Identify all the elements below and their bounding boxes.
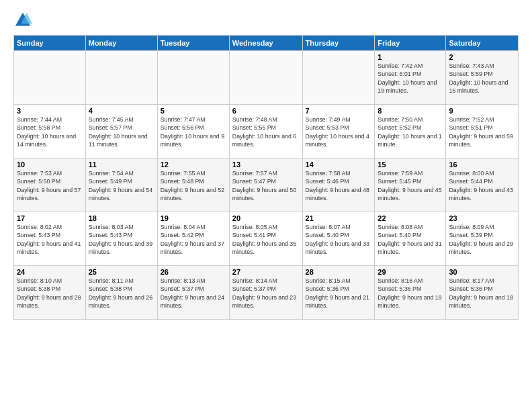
day-info: Sunrise: 8:02 AM Sunset: 5:43 PM Dayligh… [17, 223, 83, 256]
calendar-cell: 28Sunrise: 8:15 AM Sunset: 5:36 PM Dayli… [302, 266, 375, 320]
day-info: Sunrise: 8:14 AM Sunset: 5:37 PM Dayligh… [232, 277, 300, 310]
calendar-cell: 14Sunrise: 7:58 AM Sunset: 5:46 PM Dayli… [302, 158, 375, 212]
calendar-cell: 24Sunrise: 8:10 AM Sunset: 5:38 PM Dayli… [14, 266, 86, 320]
day-info: Sunrise: 8:16 AM Sunset: 5:36 PM Dayligh… [378, 277, 443, 310]
day-number: 23 [449, 214, 515, 222]
day-number: 8 [378, 107, 443, 115]
weekday-friday: Friday [375, 36, 446, 51]
day-info: Sunrise: 8:07 AM Sunset: 5:40 PM Dayligh… [306, 223, 372, 256]
weekday-wednesday: Wednesday [229, 36, 302, 51]
day-number: 9 [449, 107, 515, 115]
calendar-cell: 16Sunrise: 8:00 AM Sunset: 5:44 PM Dayli… [446, 158, 519, 212]
day-number: 2 [449, 53, 515, 61]
calendar-cell: 26Sunrise: 8:13 AM Sunset: 5:37 PM Dayli… [157, 266, 229, 320]
weekday-header-row: SundayMondayTuesdayWednesdayThursdayFrid… [14, 36, 519, 51]
calendar-cell: 13Sunrise: 7:57 AM Sunset: 5:47 PM Dayli… [229, 158, 302, 212]
calendar-cell: 10Sunrise: 7:53 AM Sunset: 5:50 PM Dayli… [14, 158, 86, 212]
calendar-page: SundayMondayTuesdayWednesdayThursdayFrid… [0, 0, 532, 411]
week-row-5: 24Sunrise: 8:10 AM Sunset: 5:38 PM Dayli… [14, 266, 519, 320]
day-info: Sunrise: 7:59 AM Sunset: 5:45 PM Dayligh… [378, 169, 443, 202]
day-info: Sunrise: 8:05 AM Sunset: 5:41 PM Dayligh… [232, 223, 300, 256]
day-number: 27 [232, 268, 300, 276]
calendar-cell: 23Sunrise: 8:09 AM Sunset: 5:39 PM Dayli… [446, 212, 519, 266]
day-info: Sunrise: 7:42 AM Sunset: 6:01 PM Dayligh… [378, 62, 443, 95]
day-number: 28 [306, 268, 372, 276]
day-number: 16 [449, 161, 515, 169]
day-info: Sunrise: 7:50 AM Sunset: 5:52 PM Dayligh… [378, 116, 443, 148]
calendar-cell: 29Sunrise: 8:16 AM Sunset: 5:36 PM Dayli… [375, 266, 446, 320]
day-number: 22 [378, 214, 443, 222]
day-info: Sunrise: 8:11 AM Sunset: 5:38 PM Dayligh… [89, 277, 154, 310]
calendar-cell: 27Sunrise: 8:14 AM Sunset: 5:37 PM Dayli… [229, 266, 302, 320]
day-number: 14 [306, 161, 372, 169]
calendar-cell: 21Sunrise: 8:07 AM Sunset: 5:40 PM Dayli… [302, 212, 375, 266]
calendar-cell [302, 51, 375, 105]
calendar-cell [157, 51, 229, 105]
weekday-sunday: Sunday [14, 36, 86, 51]
day-number: 26 [161, 268, 226, 276]
calendar-cell: 18Sunrise: 8:03 AM Sunset: 5:43 PM Dayli… [85, 212, 157, 266]
calendar-cell: 3Sunrise: 7:44 AM Sunset: 5:58 PM Daylig… [14, 105, 86, 158]
week-row-1: 1Sunrise: 7:42 AM Sunset: 6:01 PM Daylig… [14, 51, 519, 105]
calendar-cell: 2Sunrise: 7:43 AM Sunset: 5:59 PM Daylig… [446, 51, 519, 105]
day-info: Sunrise: 7:47 AM Sunset: 5:56 PM Dayligh… [161, 116, 226, 148]
day-number: 20 [232, 214, 300, 222]
weekday-tuesday: Tuesday [157, 36, 229, 51]
day-number: 24 [17, 268, 83, 276]
day-number: 5 [161, 107, 226, 115]
day-info: Sunrise: 7:52 AM Sunset: 5:51 PM Dayligh… [449, 116, 515, 148]
day-number: 25 [89, 268, 154, 276]
day-number: 10 [17, 161, 83, 169]
day-number: 19 [161, 214, 226, 222]
calendar-cell [14, 51, 86, 105]
calendar-cell: 30Sunrise: 8:17 AM Sunset: 5:36 PM Dayli… [446, 266, 519, 320]
weekday-monday: Monday [85, 36, 157, 51]
day-info: Sunrise: 8:08 AM Sunset: 5:40 PM Dayligh… [378, 223, 443, 256]
day-number: 12 [161, 161, 226, 169]
day-number: 11 [89, 161, 154, 169]
day-number: 13 [232, 161, 300, 169]
day-info: Sunrise: 8:17 AM Sunset: 5:36 PM Dayligh… [449, 277, 515, 310]
calendar-cell: 25Sunrise: 8:11 AM Sunset: 5:38 PM Dayli… [85, 266, 157, 320]
week-row-2: 3Sunrise: 7:44 AM Sunset: 5:58 PM Daylig… [14, 105, 519, 158]
day-info: Sunrise: 8:15 AM Sunset: 5:36 PM Dayligh… [306, 277, 372, 310]
day-info: Sunrise: 7:49 AM Sunset: 5:53 PM Dayligh… [306, 116, 372, 148]
day-info: Sunrise: 7:58 AM Sunset: 5:46 PM Dayligh… [306, 169, 372, 202]
calendar-cell: 6Sunrise: 7:48 AM Sunset: 5:55 PM Daylig… [229, 105, 302, 158]
calendar-cell: 15Sunrise: 7:59 AM Sunset: 5:45 PM Dayli… [375, 158, 446, 212]
day-info: Sunrise: 7:44 AM Sunset: 5:58 PM Dayligh… [17, 116, 83, 148]
day-info: Sunrise: 8:09 AM Sunset: 5:39 PM Dayligh… [449, 223, 515, 256]
week-row-3: 10Sunrise: 7:53 AM Sunset: 5:50 PM Dayli… [14, 158, 519, 212]
calendar-cell: 12Sunrise: 7:55 AM Sunset: 5:48 PM Dayli… [157, 158, 229, 212]
calendar-cell: 9Sunrise: 7:52 AM Sunset: 5:51 PM Daylig… [446, 105, 519, 158]
calendar-cell: 4Sunrise: 7:45 AM Sunset: 5:57 PM Daylig… [85, 105, 157, 158]
day-info: Sunrise: 8:00 AM Sunset: 5:44 PM Dayligh… [449, 169, 515, 202]
weekday-thursday: Thursday [302, 36, 375, 51]
calendar-cell: 1Sunrise: 7:42 AM Sunset: 6:01 PM Daylig… [375, 51, 446, 105]
calendar-cell: 22Sunrise: 8:08 AM Sunset: 5:40 PM Dayli… [375, 212, 446, 266]
day-number: 17 [17, 214, 83, 222]
day-number: 6 [232, 107, 300, 115]
calendar-cell: 8Sunrise: 7:50 AM Sunset: 5:52 PM Daylig… [375, 105, 446, 158]
day-info: Sunrise: 8:04 AM Sunset: 5:42 PM Dayligh… [161, 223, 226, 256]
day-info: Sunrise: 7:57 AM Sunset: 5:47 PM Dayligh… [232, 169, 300, 202]
day-number: 7 [306, 107, 372, 115]
day-number: 18 [89, 214, 154, 222]
day-info: Sunrise: 8:13 AM Sunset: 5:37 PM Dayligh… [161, 277, 226, 310]
logo [13, 11, 35, 30]
calendar-cell: 11Sunrise: 7:54 AM Sunset: 5:49 PM Dayli… [85, 158, 157, 212]
day-info: Sunrise: 7:53 AM Sunset: 5:50 PM Dayligh… [17, 169, 83, 202]
day-number: 4 [89, 107, 154, 115]
day-info: Sunrise: 7:45 AM Sunset: 5:57 PM Dayligh… [89, 116, 154, 148]
day-number: 1 [378, 53, 443, 61]
day-number: 3 [17, 107, 83, 115]
day-number: 21 [306, 214, 372, 222]
logo-icon [13, 11, 32, 30]
day-info: Sunrise: 8:10 AM Sunset: 5:38 PM Dayligh… [17, 277, 83, 310]
calendar-cell [229, 51, 302, 105]
weekday-saturday: Saturday [446, 36, 519, 51]
calendar-cell: 19Sunrise: 8:04 AM Sunset: 5:42 PM Dayli… [157, 212, 229, 266]
day-number: 15 [378, 161, 443, 169]
header [13, 11, 519, 30]
day-number: 29 [378, 268, 443, 276]
